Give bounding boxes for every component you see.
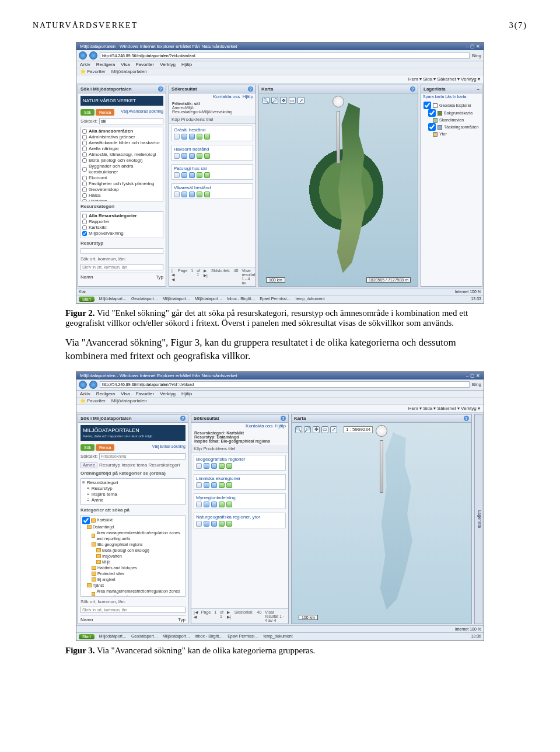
clear-button[interactable]: Rensa [96,109,114,116]
result-item[interactable]: Gräsäl bestånd [172,126,253,141]
menu-hjalp[interactable]: Hjälp [181,62,192,67]
subject-list[interactable]: Alla ämnesområden Administrativa gränser… [80,127,163,201]
geo-input[interactable] [80,264,163,270]
menu-verktyg[interactable]: Verktyg [160,62,176,67]
forward-button[interactable] [89,381,97,389]
help-icon[interactable]: ? [464,416,469,421]
zoom-out-icon[interactable]: 🔎 [271,97,278,104]
info-icon[interactable] [174,134,180,140]
forward-button[interactable] [89,51,97,60]
help-icon[interactable]: ? [158,86,163,92]
window-controls[interactable]: – ▢ ✕ [466,44,480,49]
help-icon[interactable]: ? [248,86,253,92]
windows-taskbar[interactable]: Start Miljödataport… Geodataport… Miljöd… [76,632,484,640]
order-list[interactable]: ≡Resurskategori ≡Resurstyp ≡Inspire tema… [80,478,186,505]
results-pager[interactable]: |◀ ◀ Page 1 of 1 ▶ ▶| Sidstorlek: 40 Vis… [169,267,256,286]
help-icon[interactable]: ? [180,416,186,421]
taskbar-item[interactable]: Miljödataport… [163,297,190,302]
select-icon[interactable]: ▭ [289,97,296,104]
taskbar-item[interactable]: temp_dokument [263,634,292,639]
map-layer-icon[interactable] [181,134,187,140]
windows-taskbar[interactable]: Start Miljödataport… Geodataport… Miljöd… [76,295,484,303]
category-tree[interactable]: Kartskikt Datamängd Area management/rest… [80,515,186,597]
full-extent-icon[interactable]: ⤢ [298,97,304,104]
results-pager[interactable]: |◀ ◀ Page1 of 1 ▶ ▶| Sidstorlek: 40 Visa… [191,608,288,624]
menu-redigera[interactable]: Redigera [96,62,115,67]
layer-tree[interactable]: Geodata Explorer Bakgrundskarta Skandina… [421,100,482,139]
map-canvas[interactable]: 🔍 🔎 ✥ ▭ ⤢ 100 km 1820565 / 7127988 m [259,93,418,286]
filter-chips[interactable]: Resurstyp Inspire tema Resurskategori [99,462,180,468]
taskbar-item[interactable]: Inbox - Birgitt… [195,634,223,639]
clear-button[interactable]: Rensa [96,444,114,451]
globe-icon[interactable] [204,134,210,140]
command-bar[interactable]: Hem ▾ Sida ▾ Säkerhet ▾ Verktyg ▾ [76,405,484,413]
zoom-out-icon[interactable]: 🔎 [304,426,311,433]
geo-input[interactable] [80,607,186,613]
search-button[interactable]: Sök [80,444,94,451]
taskbar-item[interactable]: Inbox - Birgitt… [227,297,255,302]
menu-favoriter[interactable]: Favoriter [136,62,155,67]
start-button[interactable]: Start [79,634,94,639]
back-button[interactable] [79,51,87,60]
zoom-in-icon[interactable]: 🔍 [295,426,302,433]
result-item[interactable]: Naturgeografiska regioner, ytor [194,513,286,528]
taskbar-item[interactable]: Epavi Permissi… [260,297,290,302]
taskbar-item[interactable]: temp_dokument [296,297,325,302]
zoom-slider[interactable] [380,440,383,493]
select-icon[interactable]: ▭ [321,426,328,433]
taskbar-item[interactable]: Miljödataport… [99,297,127,302]
taskbar-item[interactable]: Epavi Permissi… [228,634,258,639]
result-item[interactable]: Vikaresäl bestånd [172,183,253,199]
subject-all-checkbox[interactable] [82,129,87,134]
resource-category-list[interactable]: Alla Resurskategorier Rapporter Kartskik… [80,211,163,238]
back-button[interactable] [79,381,87,389]
current-tab[interactable]: Miljödataportalen [111,69,147,74]
taskbar-item[interactable]: Miljödataport… [163,634,190,639]
full-extent-icon[interactable]: ⤢ [330,426,337,433]
menu-arkiv[interactable]: Arkiv [80,62,90,67]
window-controls[interactable]: – ▢ ✕ [466,373,480,378]
layers-actions[interactable]: Spara karta Läs in karta [421,93,482,100]
menu-visa[interactable]: Visa [121,62,130,67]
compass-icon[interactable] [376,425,387,437]
resource-type-list[interactable] [80,248,163,254]
result-item[interactable]: Biogeografiska regioner [194,455,286,471]
url-input[interactable] [100,381,470,388]
result-item[interactable]: Limniska ekoregioner [194,474,286,490]
layers-panel-collapsed[interactable]: Lagerlista [474,414,482,624]
taskbar-item[interactable]: Miljödataport… [99,634,127,639]
help-link[interactable]: Hjälp [243,94,253,99]
zoom-in-icon[interactable]: 🔍 [262,97,270,104]
compass-icon[interactable] [332,96,344,107]
earth-icon[interactable] [197,134,202,140]
pan-icon[interactable]: ✥ [313,426,320,433]
url-input[interactable] [100,53,470,59]
command-bar[interactable]: Hem ▾ Sida ▾ Säkerhet ▾ Verktyg ▾ [76,75,484,83]
map-toolbar[interactable]: 🔍 🔎 ✥ ▭ ⤢ 1 : 5969234 [295,426,373,433]
search-text-input[interactable] [99,118,163,124]
result-title[interactable]: Gräsäl bestånd [174,127,251,133]
result-item[interactable]: Patologi hos säl [172,164,253,180]
advanced-search-link[interactable]: Välj Avancerad sökning [121,109,163,116]
search-text-input[interactable] [99,453,186,459]
pan-icon[interactable]: ✥ [280,97,287,104]
contact-link[interactable]: Kontakta oss [246,423,272,429]
result-item[interactable]: Myrregionindelning [194,493,286,509]
map-toolbar[interactable]: 🔍 🔎 ✥ ▭ ⤢ [262,97,304,104]
search-button[interactable]: Sök [80,109,94,116]
contact-link[interactable]: Kontakta oss [213,94,240,99]
simple-search-link[interactable]: Välj Enkel sökning [152,444,186,451]
result-item[interactable]: Havsörn bestånd [172,145,253,161]
help-icon[interactable]: ? [281,416,286,421]
command-bar-right[interactable]: Hem ▾ Sida ▾ Säkerhet ▾ Verktyg ▾ [408,76,480,82]
menu-bar[interactable]: Arkiv Redigera Visa Favoriter Verktyg Hj… [76,61,484,68]
collapse-icon[interactable]: – [477,86,480,92]
help-icon[interactable]: ? [410,86,415,92]
start-button[interactable]: Start [79,297,94,302]
download-icon[interactable] [189,134,195,140]
zoom-slider[interactable] [337,111,340,163]
menu-bar[interactable]: Arkiv Redigera Visa Favoriter Verktyg Hj… [76,391,484,398]
map-canvas[interactable]: 🔍 🔎 ✥ ▭ ⤢ 1 : 5969234 100 km [292,423,471,624]
help-link[interactable]: Hjälp [275,423,286,429]
current-tab[interactable]: Miljödataportalen [111,398,147,403]
